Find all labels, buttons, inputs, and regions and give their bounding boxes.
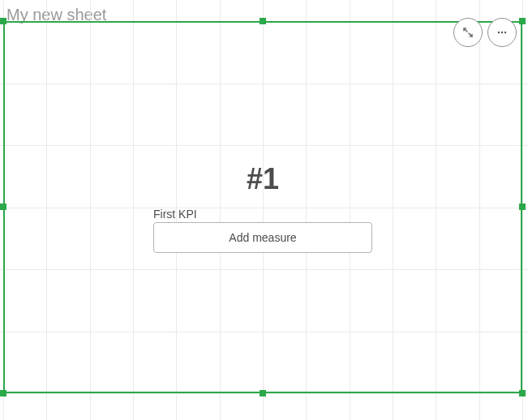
object-toolbar (453, 18, 517, 47)
svg-point-2 (498, 32, 500, 33)
kpi-header: #1 (247, 162, 279, 196)
kpi-label: First KPI (153, 208, 197, 221)
fullscreen-icon (462, 27, 474, 38)
svg-point-4 (504, 32, 506, 33)
fullscreen-button[interactable] (453, 18, 483, 47)
svg-point-3 (501, 32, 503, 33)
kpi-block: First KPI Add measure (153, 208, 372, 253)
add-measure-button[interactable]: Add measure (153, 222, 372, 253)
kpi-content: #1 First KPI Add measure (3, 21, 522, 393)
more-icon (496, 27, 508, 38)
more-button[interactable] (487, 18, 517, 47)
